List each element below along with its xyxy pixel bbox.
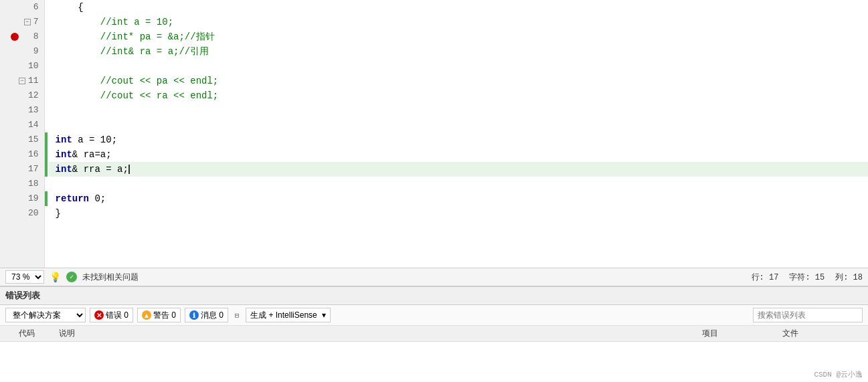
gutter-bar [45,0,48,15]
code-line[interactable] [49,177,868,191]
code-line[interactable]: int& rra = a; [49,162,868,177]
line-number: 14 [5,118,39,132]
code-line[interactable]: //int& ra = a;//引用 [49,44,868,59]
gutter-bar [45,191,48,206]
line-number: 15 [5,132,39,147]
cursor-position: 行: 17 字符: 15 列: 18 [752,272,863,283]
row-indicator: 行: 17 [752,272,779,283]
gutter-bar [45,15,48,29]
info-label: 消息 0 [201,310,224,321]
error-icon: ✕ [94,310,104,320]
code-line[interactable]: //int a = 10; [49,15,868,29]
error-toolbar: 整个解决方案 ✕ 错误 0 ▲ 警告 0 ℹ 消息 0 ⊟ 生成 + Intel… [0,305,868,326]
text-cursor [128,165,130,174]
gutter-bar [45,74,48,88]
code-line[interactable]: //cout << ra << endl; [49,88,868,103]
error-count-button[interactable]: ✕ 错误 0 [90,308,133,322]
col-code[interactable]: 代码 [19,328,59,339]
status-bar: 73 % 💡 ✓ 未找到相关问题 行: 17 字符: 15 列: 18 [0,268,868,286]
gutter-bar [45,44,48,59]
warn-icon: ▲ [142,310,151,320]
zoom-select[interactable]: 73 % [5,270,44,284]
gutter-bar [45,162,48,177]
code-line[interactable] [49,59,868,74]
build-dropdown-icon: ▾ [322,310,326,320]
gutter-bar [45,177,48,191]
gutter-bar [45,206,48,221]
breakpoint-dot [11,33,19,41]
gutter-bar [45,59,48,74]
line-number: 18 [5,177,39,191]
code-line[interactable]: } [49,206,868,221]
gutter-bar [45,103,48,118]
gutter-bar [45,88,48,103]
gutter-bar [45,132,48,147]
line-number: 10 [5,59,39,74]
code-lines[interactable]: { //int a = 10; //int* pa = &a;//指针 //in… [49,0,868,268]
gutter-bar [45,29,48,44]
filter-icon: ⊟ [232,310,242,320]
search-errors-input[interactable] [753,308,863,322]
code-line[interactable]: int& ra=a; [49,147,868,162]
gutter-bar [45,147,48,162]
line-number: 19 [5,191,39,206]
error-table-header: 代码 说明 项目 文件 [0,326,868,342]
status-text: 未找到相关问题 [82,272,139,283]
info-count-button[interactable]: ℹ 消息 0 [185,308,228,322]
status-ok-icon: ✓ [66,272,77,282]
line-number: 9 [5,44,39,59]
build-intellisense-button[interactable]: 生成 + IntelliSense ▾ [246,308,331,322]
line-number: 20 [5,206,39,221]
code-line[interactable]: return 0; [49,191,868,206]
line-numbers: 6−78910−11121314151617181920 [0,0,45,268]
gutter-bar [45,118,48,132]
error-panel: 错误列表 整个解决方案 ✕ 错误 0 ▲ 警告 0 ℹ 消息 0 ⊟ 生成 + … [0,286,868,342]
line-number: 8 [5,29,39,44]
warn-label: 警告 0 [153,310,176,321]
code-line[interactable]: int a = 10; [49,132,868,147]
code-line[interactable] [49,118,868,132]
char-indicator: 字符: 15 [789,272,824,283]
line-number: 17 [5,162,39,177]
error-label: 错误 0 [106,310,128,321]
warn-count-button[interactable]: ▲ 警告 0 [137,308,181,322]
lightbulb-icon: 💡 [50,272,61,283]
col-file[interactable]: 文件 [782,328,863,339]
error-panel-title: 错误列表 [0,287,868,305]
fold-icon[interactable]: − [24,19,31,25]
col-desc[interactable]: 说明 [59,328,702,339]
col-sort [5,328,19,339]
line-number: 16 [5,147,39,162]
code-line[interactable] [49,103,868,118]
code-line[interactable]: //int* pa = &a;//指针 [49,29,868,44]
line-number: −11 [5,74,39,88]
code-editor[interactable]: 6−78910−11121314151617181920 { //int a =… [0,0,868,268]
info-icon: ℹ [189,310,199,320]
line-number: 6 [5,0,39,15]
col-indicator: 列: 18 [835,272,863,283]
line-number: −7 [5,15,39,29]
line-number: 12 [5,88,39,103]
scope-select[interactable]: 整个解决方案 [5,308,86,322]
build-label: 生成 + IntelliSense [250,310,317,321]
code-line[interactable]: { [49,0,868,15]
col-project[interactable]: 项目 [702,328,782,339]
fold-icon[interactable]: − [19,78,25,84]
code-line[interactable]: //cout << pa << endl; [49,74,868,88]
line-number: 13 [5,103,39,118]
